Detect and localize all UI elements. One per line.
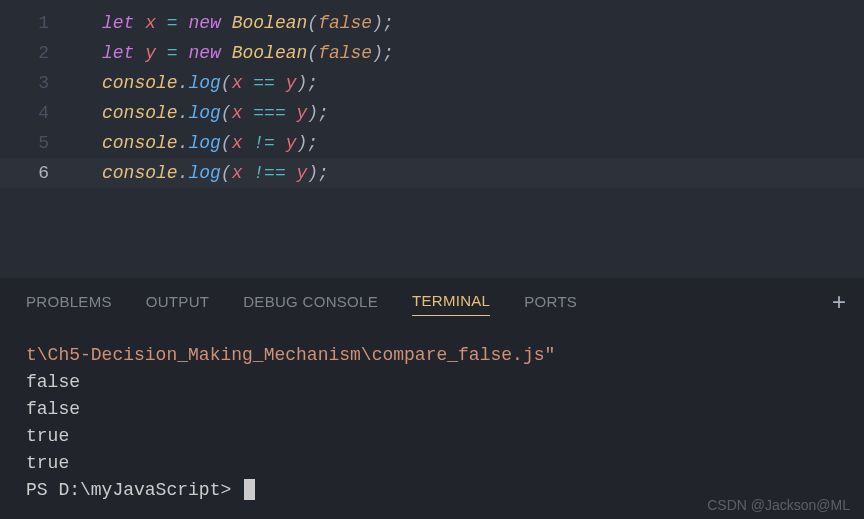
code-line[interactable]: 6console.log(x !== y); [0,158,864,188]
terminal-line: true [26,423,864,450]
line-number: 1 [0,8,75,38]
terminal-output[interactable]: t\Ch5-Decision_Making_Mechanism\compare_… [0,324,864,504]
line-number: 5 [0,128,75,158]
terminal-command-path: t\Ch5-Decision_Making_Mechanism\compare_… [26,342,864,369]
terminal-line: true [26,450,864,477]
terminal-line: false [26,396,864,423]
tab-ports[interactable]: PORTS [524,287,577,316]
code-line[interactable]: 3console.log(x == y); [0,68,864,98]
code-editor[interactable]: 1let x = new Boolean(false);2let y = new… [0,0,864,278]
cursor-icon [244,479,255,500]
code-content[interactable]: console.log(x === y); [75,98,329,128]
tab-debug-console[interactable]: DEBUG CONSOLE [243,287,378,316]
line-number: 2 [0,38,75,68]
tab-problems[interactable]: PROBLEMS [26,287,112,316]
code-content[interactable]: console.log(x !== y); [75,158,329,188]
code-content[interactable]: console.log(x != y); [75,128,318,158]
new-terminal-icon[interactable]: + [832,288,846,316]
line-number: 6 [0,158,75,188]
line-number: 4 [0,98,75,128]
code-content[interactable]: let y = new Boolean(false); [75,38,394,68]
bottom-panel: PROBLEMS OUTPUT DEBUG CONSOLE TERMINAL P… [0,278,864,519]
code-content[interactable]: console.log(x == y); [75,68,318,98]
code-line[interactable]: 4console.log(x === y); [0,98,864,128]
code-line[interactable]: 1let x = new Boolean(false); [0,8,864,38]
terminal-line: false [26,369,864,396]
code-line[interactable]: 5console.log(x != y); [0,128,864,158]
line-number: 3 [0,68,75,98]
code-line[interactable]: 2let y = new Boolean(false); [0,38,864,68]
terminal-prompt[interactable]: PS D:\myJavaScript> [26,477,864,504]
tab-terminal[interactable]: TERMINAL [412,286,490,316]
panel-tabs: PROBLEMS OUTPUT DEBUG CONSOLE TERMINAL P… [0,278,864,324]
tab-output[interactable]: OUTPUT [146,287,209,316]
code-content[interactable]: let x = new Boolean(false); [75,8,394,38]
